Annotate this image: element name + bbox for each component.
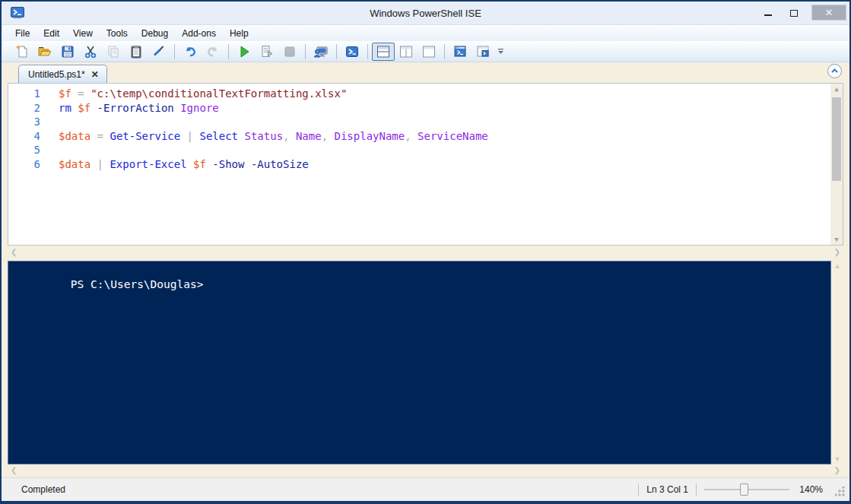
open-script-button[interactable] bbox=[33, 43, 56, 61]
tab-bar: Untitled5.ps1* ✕ bbox=[8, 62, 843, 83]
run-selection-icon bbox=[259, 44, 275, 59]
toolbar bbox=[2, 41, 849, 62]
code-token: , bbox=[405, 129, 418, 144]
toolbar-overflow-icon bbox=[497, 48, 504, 55]
tab-close-icon[interactable]: ✕ bbox=[91, 69, 99, 80]
console-vertical-scrollbar[interactable]: ▲ ▼ bbox=[831, 261, 843, 464]
editor-vertical-scrollbar[interactable]: ▲ ▼ bbox=[830, 84, 843, 245]
stop-operation-button[interactable] bbox=[278, 43, 301, 61]
code-line: 1$f = "c:\temp\conditionalTextFormatting… bbox=[8, 87, 843, 101]
line-number: 5 bbox=[8, 143, 59, 157]
status-separator bbox=[638, 483, 639, 496]
clear-console-pane-icon bbox=[151, 44, 167, 59]
console-row: PS C:\Users\Douglas> ▲ ▼ bbox=[8, 261, 843, 464]
code-token: Select bbox=[199, 129, 244, 144]
status-state: Completed bbox=[21, 484, 65, 495]
code-token: | bbox=[187, 129, 200, 144]
chevron-up-icon bbox=[830, 67, 839, 75]
maximize-icon bbox=[790, 10, 798, 17]
console-pane[interactable]: PS C:\Users\Douglas> bbox=[8, 261, 831, 464]
menu-view[interactable]: View bbox=[67, 27, 99, 40]
script-tab-label: Untitled5.ps1* bbox=[28, 69, 85, 80]
start-powershell-button[interactable] bbox=[341, 43, 364, 61]
menu-add-ons[interactable]: Add-ons bbox=[176, 27, 222, 40]
copy-icon bbox=[106, 44, 121, 59]
editor-horizontal-scrollbar[interactable]: ❮ ❯ bbox=[8, 246, 843, 258]
close-icon: ✕ bbox=[825, 7, 834, 18]
zoom-slider-thumb[interactable] bbox=[740, 483, 748, 496]
maximize-button[interactable] bbox=[781, 5, 807, 21]
new-powershell-tab-button[interactable] bbox=[449, 43, 472, 61]
code-line: 3 bbox=[8, 115, 843, 129]
run-selection-button[interactable] bbox=[256, 43, 278, 61]
toolbar-separator bbox=[228, 44, 229, 59]
code-token: = bbox=[90, 129, 110, 144]
menu-help[interactable]: Help bbox=[224, 27, 255, 40]
code-token: "c:\temp\conditionalTextFormatting.xlsx" bbox=[90, 87, 347, 101]
scroll-right-icon[interactable]: ❯ bbox=[834, 466, 840, 474]
menu-tools[interactable]: Tools bbox=[100, 27, 134, 40]
code-token: $f bbox=[59, 87, 71, 101]
stop-operation-icon bbox=[282, 44, 297, 59]
resize-grip-icon[interactable] bbox=[835, 487, 845, 496]
new-remote-powershell-tab-icon bbox=[313, 44, 329, 59]
new-script-button[interactable] bbox=[11, 43, 33, 61]
undo-button[interactable] bbox=[179, 43, 202, 61]
collapse-script-pane-button[interactable] bbox=[827, 64, 842, 78]
undo-icon bbox=[183, 44, 198, 59]
code-line: 6$data | Export-Excel $f -Show -AutoSize bbox=[8, 157, 843, 172]
console-horizontal-scrollbar[interactable]: ❮ ❯ bbox=[8, 464, 843, 475]
scroll-down-icon[interactable]: ▼ bbox=[834, 234, 838, 245]
show-script-pane-right-button[interactable] bbox=[395, 43, 418, 61]
run-script-icon bbox=[237, 44, 252, 59]
redo-icon bbox=[205, 44, 221, 59]
new-remote-powershell-tab-button[interactable] bbox=[310, 43, 332, 61]
title-bar: Windows PowerShell ISE ✕ bbox=[2, 2, 849, 25]
menu-file[interactable]: File bbox=[9, 27, 36, 40]
toolbar-overflow-button[interactable] bbox=[497, 48, 504, 55]
scroll-up-icon[interactable]: ▲ bbox=[834, 262, 841, 270]
show-script-pane-top-button[interactable] bbox=[372, 43, 395, 61]
clear-console-pane-button[interactable] bbox=[148, 43, 170, 61]
menu-bar: File Edit View Tools Debug Add-ons Help bbox=[2, 25, 849, 41]
scroll-up-icon[interactable]: ▲ bbox=[834, 84, 838, 94]
scroll-right-icon[interactable]: ❯ bbox=[834, 248, 840, 256]
code-token: Export-Excel bbox=[110, 157, 193, 172]
save-script-button[interactable] bbox=[56, 43, 79, 61]
console-prompt: PS C:\Users\Douglas> bbox=[71, 278, 204, 290]
copy-button[interactable] bbox=[102, 43, 125, 61]
cut-icon bbox=[83, 44, 98, 59]
scroll-left-icon[interactable]: ❮ bbox=[11, 248, 17, 256]
close-button[interactable]: ✕ bbox=[811, 5, 846, 21]
minimize-button[interactable] bbox=[755, 5, 781, 21]
editor-scrollbar-thumb[interactable] bbox=[832, 97, 841, 181]
new-script-icon bbox=[14, 44, 30, 59]
toolbar-separator bbox=[367, 44, 368, 59]
code-line: 5 bbox=[8, 143, 843, 157]
show-command-window-icon bbox=[475, 44, 491, 59]
code-line: 4$data = Get-Service | Select Status, Na… bbox=[8, 129, 843, 144]
menu-debug[interactable]: Debug bbox=[135, 27, 174, 40]
code-token: Ignore bbox=[180, 101, 219, 116]
script-editor[interactable]: 1$f = "c:\temp\conditionalTextFormatting… bbox=[8, 83, 843, 246]
line-number: 1 bbox=[8, 87, 59, 101]
show-command-window-button[interactable] bbox=[472, 43, 494, 61]
code-token: rm bbox=[59, 101, 78, 116]
powershell-ise-window: Windows PowerShell ISE ✕ File Edit View … bbox=[0, 0, 851, 504]
toolbar-separator bbox=[336, 44, 337, 59]
scroll-down-icon[interactable]: ▼ bbox=[834, 455, 841, 463]
code-token: , bbox=[283, 129, 296, 144]
menu-edit[interactable]: Edit bbox=[37, 27, 65, 40]
cursor-position: Ln 3 Col 1 bbox=[646, 484, 688, 495]
open-script-icon bbox=[37, 44, 52, 59]
cut-button[interactable] bbox=[79, 43, 102, 61]
status-bar: Completed Ln 3 Col 1 140% bbox=[2, 477, 849, 501]
code-token: Status bbox=[244, 129, 283, 144]
run-script-button[interactable] bbox=[233, 43, 256, 61]
script-tab[interactable]: Untitled5.ps1* ✕ bbox=[18, 65, 107, 83]
scroll-left-icon[interactable]: ❮ bbox=[11, 466, 17, 474]
zoom-slider[interactable] bbox=[704, 483, 789, 496]
show-script-pane-maximized-button[interactable] bbox=[418, 43, 440, 61]
redo-button[interactable] bbox=[202, 43, 224, 61]
paste-button[interactable] bbox=[125, 43, 148, 61]
